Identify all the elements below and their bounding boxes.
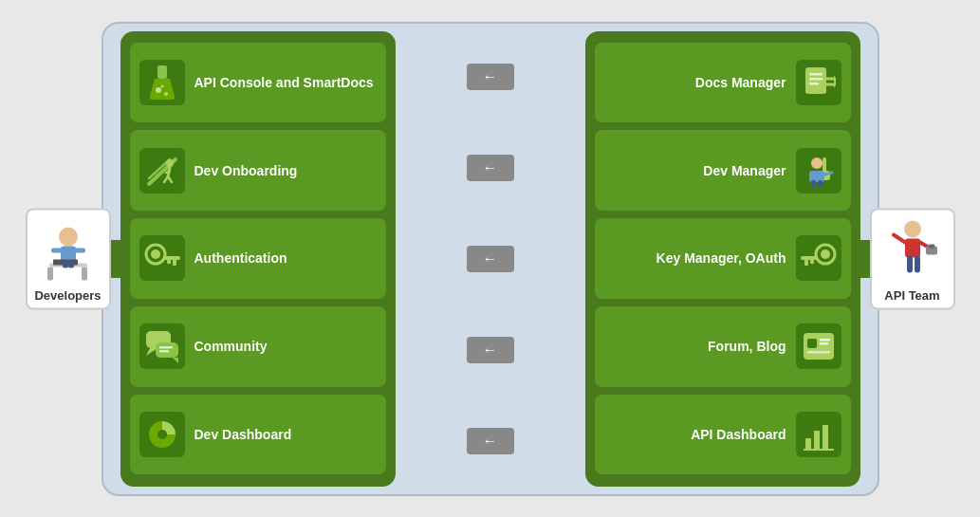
left-item-api-console: API Console and SmartDocs (130, 43, 386, 123)
svg-point-48 (821, 249, 830, 259)
arrow-4: ← (467, 337, 514, 363)
key-right-icon (796, 235, 841, 281)
api-console-label: API Console and SmartDocs (194, 74, 374, 91)
svg-rect-51 (810, 260, 814, 264)
svg-rect-46 (818, 180, 823, 187)
dev-manager-label: Dev Manager (604, 162, 786, 179)
svg-point-12 (164, 92, 168, 96)
svg-rect-6 (74, 248, 85, 252)
left-item-authentication: Authentication (130, 218, 386, 299)
flask-icon (139, 60, 185, 105)
svg-point-42 (811, 157, 823, 169)
svg-rect-50 (804, 260, 808, 266)
right-item-forum-blog: Forum, Blog (595, 306, 851, 387)
svg-rect-49 (801, 256, 818, 260)
svg-rect-5 (51, 248, 63, 252)
escalator-icon (139, 148, 185, 194)
authentication-label: Authentication (194, 249, 287, 267)
chat-icon (139, 323, 185, 369)
key-manager-label: Key Manager, OAuth (604, 249, 786, 267)
arrow-2: ← (467, 155, 514, 181)
svg-rect-8 (63, 260, 68, 268)
svg-rect-34 (809, 73, 823, 76)
svg-rect-10 (157, 65, 167, 79)
docs-manager-label: Docs Manager (604, 74, 786, 91)
right-item-api-dashboard: API Dashboard (595, 395, 851, 475)
svg-line-19 (168, 176, 172, 182)
svg-rect-33 (805, 67, 826, 94)
connector-row-1: ← (467, 64, 514, 90)
svg-rect-31 (159, 350, 169, 353)
svg-point-13 (160, 84, 163, 87)
svg-rect-43 (809, 171, 824, 182)
developer-label: Developers (34, 287, 101, 302)
svg-rect-54 (820, 339, 830, 342)
right-item-docs-manager: Docs Manager (595, 43, 851, 123)
api-dashboard-label: API Dashboard (604, 426, 786, 443)
svg-rect-62 (905, 238, 920, 257)
connector-row-4: ← (467, 337, 514, 363)
svg-rect-53 (807, 339, 817, 348)
left-item-dev-dashboard: Dev Dashboard (130, 395, 386, 475)
svg-rect-24 (173, 260, 176, 266)
svg-rect-30 (159, 346, 173, 349)
svg-point-11 (156, 87, 161, 93)
svg-rect-67 (907, 255, 913, 272)
api-team-icon (884, 217, 941, 284)
svg-rect-55 (820, 342, 828, 345)
dev-dashboard-label: Dev Dashboard (194, 426, 292, 443)
blog-icon (796, 323, 841, 369)
svg-rect-59 (823, 425, 828, 450)
arrow-5: ← (467, 428, 514, 454)
svg-rect-9 (68, 260, 74, 268)
connector-row-2: ← (467, 155, 514, 181)
svg-rect-1 (47, 267, 53, 280)
forum-blog-label: Forum, Blog (604, 338, 786, 355)
connector-row-5: ← (467, 428, 514, 454)
svg-rect-58 (814, 431, 820, 450)
svg-rect-66 (929, 244, 934, 248)
svg-rect-45 (811, 180, 816, 187)
svg-rect-35 (809, 78, 823, 81)
left-panel: API Console and SmartDocs Dev Onboarding (120, 31, 396, 487)
right-panel: Docs Manager Dev Manager (585, 31, 860, 487)
bar-chart-icon (796, 412, 841, 457)
left-item-dev-onboarding: Dev Onboarding (130, 130, 386, 211)
svg-rect-2 (82, 267, 87, 280)
api-team-label: API Team (884, 287, 939, 302)
svg-point-22 (151, 249, 160, 259)
dev-onboarding-label: Dev Onboarding (194, 162, 298, 179)
svg-marker-29 (173, 358, 178, 363)
api-team-figure: API Team (870, 208, 955, 309)
docs-icon (796, 60, 841, 105)
svg-point-3 (59, 227, 78, 246)
svg-line-44 (824, 173, 832, 175)
pie-chart-icon (139, 412, 185, 457)
svg-rect-56 (807, 351, 830, 354)
svg-marker-39 (834, 75, 836, 88)
svg-rect-57 (805, 438, 811, 450)
arrow-3: ← (467, 246, 514, 272)
svg-rect-25 (167, 260, 171, 264)
svg-rect-23 (163, 256, 180, 260)
svg-point-32 (157, 430, 167, 439)
right-item-key-manager: Key Manager, OAuth (595, 218, 851, 299)
developer-figure: Developers (26, 208, 111, 309)
right-item-dev-manager: Dev Manager (595, 130, 851, 211)
svg-rect-36 (809, 83, 819, 85)
manager-icon (796, 148, 841, 194)
developer-icon (40, 217, 97, 284)
community-label: Community (194, 338, 268, 355)
connector-row-3: ← (467, 246, 514, 272)
svg-line-63 (894, 234, 905, 242)
svg-rect-4 (61, 246, 76, 261)
left-item-community: Community (130, 306, 386, 387)
key-left-icon (139, 235, 185, 281)
svg-point-61 (904, 220, 921, 237)
middle-connectors: ← ← ← ← ← (391, 31, 590, 487)
diagram-wrapper: Developers API Console and SmartDocs (26, 12, 955, 506)
svg-rect-68 (915, 255, 920, 272)
arrow-1: ← (467, 64, 514, 90)
